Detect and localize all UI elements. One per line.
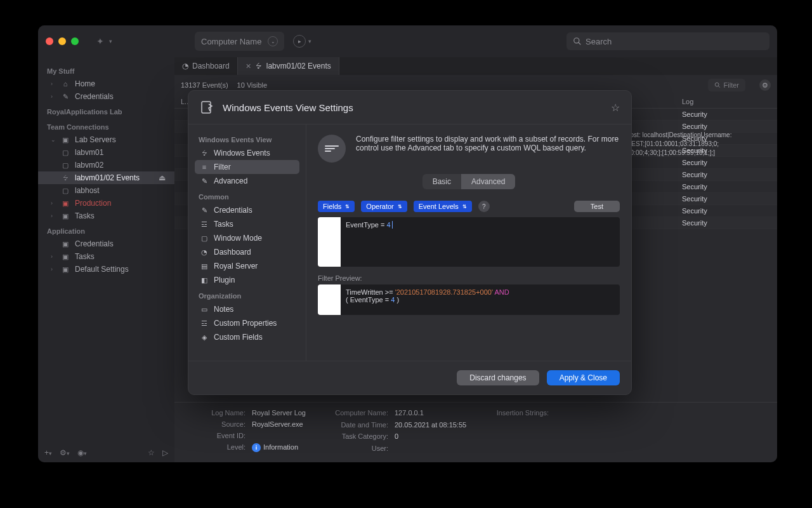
search-input[interactable]: Search — [566, 32, 769, 50]
events-header-icon — [200, 100, 215, 115]
sidebar-item-labservers[interactable]: ⌄▣Lab Servers — [38, 133, 174, 146]
play-dropdown-icon[interactable]: ▾ — [308, 38, 311, 44]
sidebar-section-team: Team Connections — [38, 118, 174, 133]
sidebar-item-labvm01[interactable]: ▢labvm01 — [38, 146, 174, 159]
modal-item-events[interactable]: ⭍Windows Events — [195, 146, 299, 160]
discard-button[interactable]: Discard changes — [457, 370, 539, 385]
modal-sec-view: Windows Events View — [195, 131, 299, 146]
tab-events[interactable]: ✕⭍labvm01/02 Events — [238, 57, 339, 75]
settings-modal: Windows Events View Settings ☆ Windows E… — [188, 90, 632, 395]
sidebar-item-labvm-events[interactable]: ⭍labvm01/02 Events⏏ — [38, 171, 174, 184]
task-value: 0 — [395, 432, 466, 441]
minimize-window-button[interactable] — [58, 37, 66, 45]
modal-item-notes[interactable]: ▭Notes — [195, 302, 299, 316]
monitor-icon: ▢ — [61, 186, 70, 195]
preview-gutter — [318, 284, 341, 315]
svg-point-0 — [574, 38, 579, 43]
operator-select[interactable]: Operator⇅ — [361, 201, 407, 212]
add-button[interactable]: +▾ — [44, 448, 52, 457]
table-settings-button[interactable]: ⚙ — [759, 79, 771, 91]
sidebar-item-tasks[interactable]: ›▣Tasks — [38, 210, 174, 222]
sidebar-item-default-settings[interactable]: ›▣Default Settings — [38, 263, 174, 276]
play-icon[interactable]: ▷ — [162, 448, 168, 457]
svg-line-3 — [718, 86, 720, 88]
key-icon: ✎ — [61, 92, 70, 101]
home-icon: ⌂ — [61, 79, 70, 88]
note-icon: ▭ — [200, 305, 209, 314]
svg-line-1 — [579, 43, 581, 45]
modal-item-creds[interactable]: ✎Credentials — [195, 203, 299, 217]
source-label: Source: — [182, 420, 246, 428]
chevron-updown-icon: ⇅ — [462, 204, 467, 210]
computer-name-select[interactable]: Computer Name ⌄ — [195, 32, 284, 51]
modal-item-dashboard[interactable]: ◔Dashboard — [195, 245, 299, 259]
modal-item-cfields[interactable]: ◈Custom Fields — [195, 330, 299, 344]
computer-name-label: Computer Name — [201, 37, 261, 46]
filter-icon: ≡ — [200, 163, 209, 171]
editor-gutter — [318, 217, 341, 267]
task-label: Task Category: — [325, 432, 388, 441]
favorite-button[interactable]: ☆ — [611, 102, 620, 114]
folder-icon: ▣ — [61, 211, 70, 220]
sidebar-item-app-tasks[interactable]: ›▣Tasks — [38, 250, 174, 263]
folder-icon: ▣ — [61, 239, 70, 248]
details-col-1: Log Name:Royal Server Log Source:RoyalSe… — [182, 409, 306, 452]
sidebar-section-mystuff: My Stuff — [38, 62, 174, 77]
seg-advanced[interactable]: Advanced — [461, 174, 515, 189]
sidebar-item-app-creds[interactable]: ▣Credentials — [38, 237, 174, 250]
modal-item-advanced[interactable]: ✎Advanced — [195, 174, 299, 188]
filter-input[interactable]: Filter — [708, 79, 745, 91]
modal-item-tasks[interactable]: ☲Tasks — [195, 217, 299, 231]
sidebar-item-credentials[interactable]: ›✎Credentials — [38, 90, 174, 103]
wql-editor[interactable]: EventType = 4 — [318, 217, 620, 267]
event-id-label: Event ID: — [182, 432, 246, 439]
modal-item-window[interactable]: ▢Window Mode — [195, 231, 299, 245]
modal-item-royal[interactable]: ▤Royal Server — [195, 259, 299, 273]
folder-icon: ▣ — [61, 265, 70, 274]
modal-item-filter[interactable]: ≡Filter — [195, 160, 299, 174]
details-pane: Log Name:Royal Server Log Source:RoyalSe… — [174, 402, 777, 462]
play-button[interactable]: ▸ — [293, 35, 306, 48]
fields-select[interactable]: Fields⇅ — [318, 201, 355, 212]
details-col-2: Computer Name:127.0.0.1 Date and Time:20… — [325, 409, 466, 452]
modal-item-cprops[interactable]: ☲Custom Properties — [195, 316, 299, 330]
level-value: iInformation — [252, 443, 306, 452]
key-icon: ✎ — [200, 206, 209, 215]
zoom-window-button[interactable] — [71, 37, 79, 45]
toolbar-sparkle-icon[interactable]: ✦ — [96, 36, 104, 46]
gear-button[interactable]: ⚙▾ — [60, 448, 70, 457]
level-label: Level: — [182, 443, 246, 452]
folder-icon: ▣ — [61, 135, 70, 144]
sidebar-section-lab: RoyalApplications Lab — [38, 103, 174, 118]
sidebar-item-home[interactable]: ›⌂Home — [38, 77, 174, 90]
tab-dashboard[interactable]: ◔Dashboard — [174, 57, 238, 75]
sidebar-item-labhost[interactable]: ▢labhost — [38, 184, 174, 197]
toolbar-icon-group: ✦ ▾ — [96, 36, 112, 46]
computer-label: Computer Name: — [325, 409, 388, 417]
seg-basic[interactable]: Basic — [422, 174, 461, 189]
insertion-label: Insertion Strings: — [485, 409, 549, 452]
modal-sec-common: Common — [195, 188, 299, 203]
log-name-value: Royal Server Log — [252, 409, 306, 417]
events-icon: ⭍ — [61, 173, 70, 182]
server-icon: ▤ — [200, 262, 209, 271]
segmented-control: Basic Advanced — [422, 174, 516, 189]
close-tab-icon[interactable]: ✕ — [246, 62, 251, 70]
sidebar-item-labvm02[interactable]: ▢labvm02 — [38, 159, 174, 171]
preview-text: TimeWritten >= '20210517081928.731825+00… — [341, 284, 620, 315]
visible-events-label: 10 Visible — [237, 81, 268, 89]
modal-item-plugin[interactable]: ◧Plugin — [195, 273, 299, 287]
test-button[interactable]: Test — [574, 201, 620, 212]
help-button[interactable]: ? — [478, 201, 490, 212]
close-window-button[interactable] — [46, 37, 53, 45]
computer-value: 127.0.0.1 — [395, 409, 466, 417]
modal-sidebar: Windows Events View ⭍Windows Events ≡Fil… — [188, 124, 306, 361]
eject-icon[interactable]: ⏏ — [159, 173, 166, 182]
apply-button[interactable]: Apply & Close — [547, 370, 620, 385]
levels-select[interactable]: Event Levels⇅ — [414, 201, 472, 212]
sidebar-item-production[interactable]: ›▣Production — [38, 197, 174, 210]
star-icon[interactable]: ☆ — [148, 448, 155, 457]
toolbar-dropdown-icon[interactable]: ▾ — [109, 38, 112, 44]
globe-button[interactable]: ◉▾ — [77, 448, 87, 457]
column-log[interactable]: Log — [682, 98, 693, 105]
